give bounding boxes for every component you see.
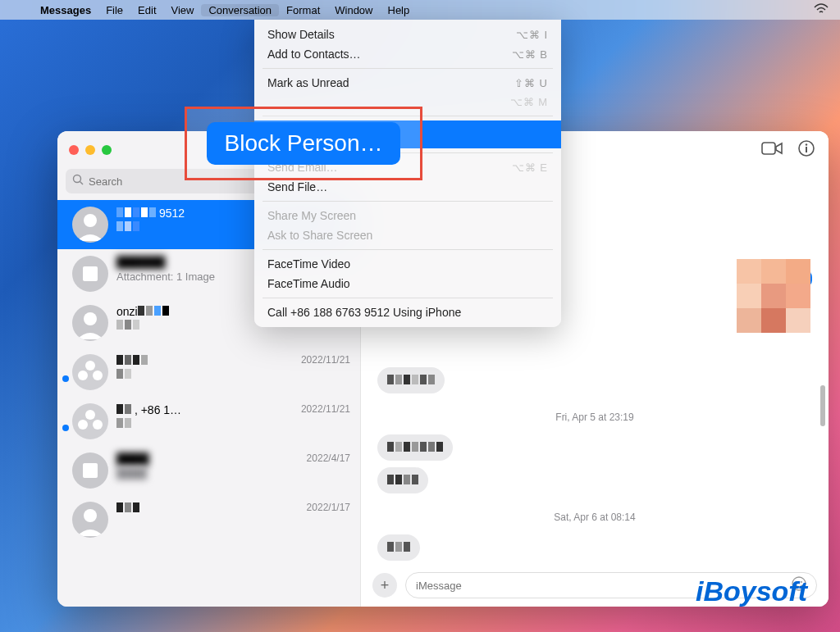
svg-rect-12 (762, 143, 775, 154)
conversation-name: ██████ (116, 256, 166, 269)
conversation-date: 2022/11/21 (301, 354, 350, 367)
conversation-date: 2022/1/17 (307, 502, 350, 515)
unread-indicator (62, 375, 69, 382)
conversation-name (116, 502, 139, 515)
window-controls (69, 145, 112, 155)
menu-help[interactable]: Help (381, 4, 418, 16)
incoming-message[interactable] (377, 434, 453, 461)
svg-point-5 (85, 361, 95, 371)
details-info-icon[interactable] (797, 139, 815, 161)
timestamp: Sat, Apr 6 at 08:14 (377, 512, 812, 523)
avatar (72, 452, 108, 489)
menuitem-call-iphone[interactable]: Call +86 188 6763 9512 Using iPhone (259, 302, 556, 322)
conversation-date: 2022/4/17 (307, 452, 350, 466)
conversation-name: onzi (116, 305, 169, 318)
conversation-dropdown: Show Details⌥⌘ I Add to Contacts…⌥⌘ B Ma… (254, 20, 561, 327)
incoming-message[interactable] (377, 534, 420, 561)
conversation-name (116, 354, 148, 367)
menuitem-block-person[interactable]: placeholder (254, 120, 561, 148)
menu-conversation[interactable]: Conversation (201, 4, 279, 16)
maximize-button[interactable] (102, 145, 112, 155)
conversation-date: 2022/11/21 (301, 403, 350, 416)
menu-view[interactable]: View (164, 4, 202, 16)
wifi-status-icon[interactable] (814, 3, 829, 17)
menuitem-facetime-video[interactable]: FaceTime Video (259, 254, 556, 274)
conversation-preview (116, 418, 350, 430)
menu-separator (262, 298, 553, 298)
svg-point-10 (93, 420, 103, 430)
conversation-preview: ████ (116, 467, 147, 480)
attachment-thumbnail[interactable] (737, 259, 810, 333)
menuitem-share-my-screen: Share My Screen (259, 206, 556, 225)
menuitem-send-email: Send Email…⌥⌘ E (259, 157, 556, 177)
incoming-message[interactable] (377, 467, 428, 493)
svg-point-6 (78, 371, 88, 380)
menu-window[interactable]: Window (327, 4, 380, 16)
svg-point-8 (85, 410, 95, 420)
menu-edit[interactable]: Edit (130, 4, 163, 16)
group-avatar (72, 403, 108, 439)
svg-point-4 (84, 312, 97, 325)
menu-separator (262, 68, 553, 69)
menuitem-send-file[interactable]: Send File… (259, 177, 556, 197)
conversation-item[interactable]: ████2022/4/17 ████ (57, 446, 360, 495)
avatar (72, 502, 108, 538)
svg-point-14 (806, 143, 807, 145)
menu-file[interactable]: File (98, 4, 130, 16)
avatar (72, 207, 108, 243)
menuitem-show-details[interactable]: Show Details⌥⌘ I (259, 25, 556, 44)
facetime-video-icon[interactable] (761, 140, 783, 160)
menuitem-mark-unread[interactable]: Mark as Unread⇧⌘ U (259, 73, 556, 93)
menu-separator (262, 201, 553, 202)
minimize-button[interactable] (85, 145, 95, 155)
menu-separator (262, 152, 553, 153)
menu-separator (262, 116, 553, 116)
svg-point-9 (78, 420, 88, 430)
svg-point-1 (74, 175, 81, 183)
unread-indicator (62, 425, 69, 431)
menu-separator (262, 249, 553, 250)
search-icon (72, 174, 84, 189)
svg-point-3 (84, 214, 97, 227)
conversation-preview (116, 369, 350, 381)
close-button[interactable] (69, 145, 79, 155)
svg-point-11 (84, 509, 97, 522)
watermark: iBoysoft (696, 575, 807, 607)
svg-rect-15 (806, 147, 807, 152)
menuitem-disabled: ⌥⌘ M (259, 93, 556, 111)
menu-format[interactable]: Format (279, 4, 327, 16)
avatar (72, 256, 108, 292)
menuitem-add-to-contacts[interactable]: Add to Contacts…⌥⌘ B (259, 44, 556, 64)
menuitem-facetime-audio[interactable]: FaceTime Audio (259, 274, 556, 293)
avatar (72, 305, 108, 341)
group-avatar (72, 354, 108, 390)
conversation-name: , +86 1… (116, 403, 181, 416)
svg-line-2 (80, 182, 84, 185)
menubar: Messages File Edit View Conversation For… (0, 0, 840, 20)
add-attachment-button[interactable]: + (372, 573, 397, 598)
conversation-item[interactable]: 2022/11/21 (57, 348, 360, 397)
svg-point-7 (93, 371, 103, 380)
conversation-item[interactable]: , +86 1…2022/11/21 (57, 397, 360, 446)
conversation-name: 9512 (116, 207, 185, 220)
menu-messages[interactable]: Messages (33, 4, 98, 16)
timestamp: Fri, Apr 5 at 23:19 (377, 411, 812, 423)
incoming-message[interactable] (377, 367, 445, 393)
conversation-item[interactable]: 2022/1/17 (57, 495, 360, 544)
menuitem-ask-share-screen: Ask to Share Screen (259, 225, 556, 245)
conversation-name: ████ (116, 452, 149, 466)
